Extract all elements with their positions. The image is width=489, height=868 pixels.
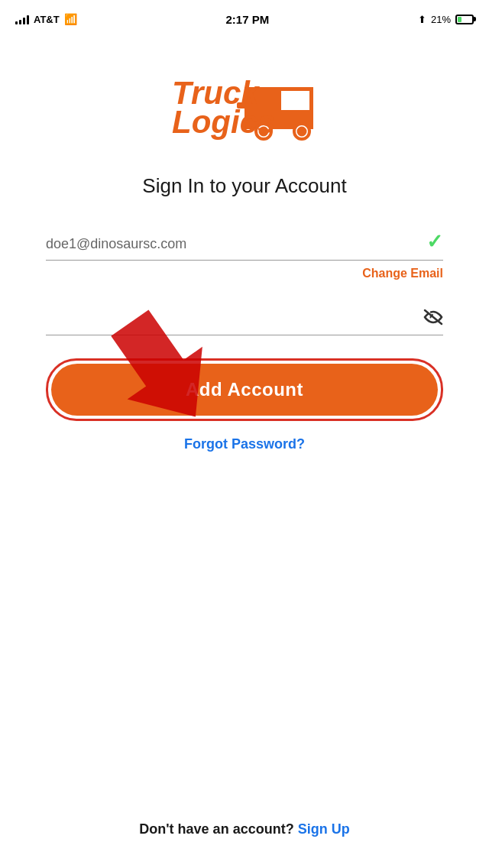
wifi-icon: 📶 [64, 13, 77, 25]
trucklogics-logo: Truck Logics [160, 64, 329, 148]
change-email-container: Change Email [46, 267, 443, 280]
battery-icon [455, 15, 474, 24]
no-account-text: Don't have an account? [139, 821, 293, 837]
add-account-button[interactable]: Add Account [51, 364, 438, 416]
forgot-password-link[interactable]: Forgot Password? [184, 436, 305, 452]
logo-container: Truck Logics [160, 64, 329, 151]
location-arrow-icon: ⬆ [418, 14, 426, 25]
login-form: ✓ Change Email Add Account [46, 228, 443, 468]
password-toggle-eye-icon[interactable] [423, 309, 443, 330]
add-account-button-wrapper: Add Account [46, 358, 443, 421]
svg-text:Logics: Logics [172, 104, 275, 140]
email-field-container: ✓ [46, 228, 443, 261]
status-time: 2:17 PM [225, 13, 269, 26]
status-left: AT&T 📶 [15, 13, 77, 25]
status-bar: AT&T 📶 2:17 PM ⬆ 21% [0, 0, 489, 34]
main-content: Truck Logics Sign In to your Account ✓ C… [0, 34, 489, 468]
svg-point-5 [299, 128, 305, 134]
password-input[interactable] [46, 303, 443, 335]
carrier-label: AT&T [34, 14, 60, 25]
signal-bars-icon [15, 14, 29, 24]
password-field-container [46, 303, 443, 335]
battery-pct-label: 21% [431, 14, 451, 25]
bottom-signup-container: Don't have an account? Sign Up [0, 821, 489, 837]
status-right: ⬆ 21% [418, 14, 474, 25]
email-valid-checkmark-icon: ✓ [426, 230, 443, 254]
page-title: Sign In to your Account [142, 174, 346, 198]
forgot-password-container: Forgot Password? [46, 436, 443, 452]
email-input[interactable] [46, 228, 443, 261]
change-email-link[interactable]: Change Email [362, 267, 443, 280]
sign-up-link[interactable]: Sign Up [298, 821, 350, 837]
